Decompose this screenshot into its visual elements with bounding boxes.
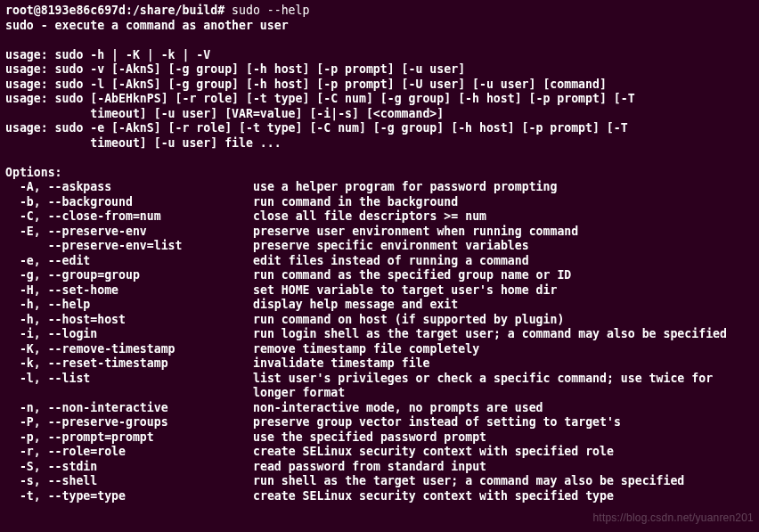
option-flag: -l, --list: [5, 372, 253, 401]
option-flag: -K, --remove-timestamp: [5, 342, 253, 357]
option-desc: read password from standard input: [253, 460, 754, 475]
option-flag: -i, --login: [5, 327, 253, 342]
option-row: -n, --non-interactivenon-interactive mod…: [5, 401, 754, 416]
option-flag: -P, --preserve-groups: [5, 415, 253, 430]
option-row: -P, --preserve-groupspreserve group vect…: [5, 415, 754, 430]
option-row: -E, --preserve-envpreserve user environm…: [5, 225, 754, 240]
option-desc: display help message and exit: [253, 298, 754, 313]
option-row: -i, --loginrun login shell as the target…: [5, 327, 754, 342]
option-desc: use a helper program for password prompt…: [253, 180, 754, 195]
option-flag: -S, --stdin: [5, 460, 253, 475]
option-row: -K, --remove-timestampremove timestamp f…: [5, 342, 754, 357]
option-desc: invalidate timestamp file: [253, 356, 754, 372]
option-desc: preserve user environment when running c…: [253, 225, 754, 240]
option-row: -l, --listlist user's privileges or chec…: [5, 372, 754, 401]
terminal-output[interactable]: root@8193e86c697d:/share/build# sudo --h…: [5, 4, 754, 503]
option-flag: -H, --set-home: [5, 283, 253, 299]
usage-line: usage: sudo [-AbEHknPS] [-r role] [-t ty…: [5, 92, 754, 107]
option-flag: -s, --shell: [5, 474, 253, 489]
option-desc: run command on host (if supported by plu…: [253, 313, 754, 328]
option-desc: run command as the specified group name …: [253, 268, 754, 283]
watermark-text: https://blog.csdn.net/yuanren201: [592, 512, 754, 525]
option-desc: non-interactive mode, no prompts are use…: [253, 401, 754, 416]
blank-line: [5, 33, 754, 48]
option-flag: -A, --askpass: [5, 180, 253, 195]
usage-line: usage: sudo -h | -K | -k | -V: [5, 48, 754, 63]
prompt-user-host: root@8193e86c697d: [5, 4, 126, 17]
usage-line: timeout] [-u user] file ...: [5, 136, 754, 151]
option-row: -S, --stdinread password from standard i…: [5, 460, 754, 475]
option-flag: -r, --role=role: [5, 445, 253, 460]
option-desc: create SELinux security context with spe…: [253, 489, 754, 504]
option-flag: -p, --prompt=prompt: [5, 430, 253, 446]
option-row: -g, --group=grouprun command as the spec…: [5, 268, 754, 283]
option-flag: -e, --edit: [5, 254, 253, 269]
option-desc: use the specified password prompt: [253, 430, 754, 446]
options-header: Options:: [5, 166, 754, 181]
option-desc: set HOME variable to target user's home …: [253, 283, 754, 299]
option-row: -h, --helpdisplay help message and exit: [5, 298, 754, 313]
option-row: -A, --askpassuse a helper program for pa…: [5, 180, 754, 195]
prompt-path: :/share/build#: [126, 4, 224, 17]
option-row: --preserve-env=listpreserve specific env…: [5, 239, 754, 254]
option-desc: create SELinux security context with spe…: [253, 445, 754, 460]
option-row: -H, --set-homeset HOME variable to targe…: [5, 283, 754, 299]
prompt-line: root@8193e86c697d:/share/build# sudo --h…: [5, 4, 754, 19]
option-row: -h, --host=hostrun command on host (if s…: [5, 313, 754, 328]
option-desc: list user's privileges or check a specif…: [253, 372, 754, 401]
option-row: -s, --shellrun shell as the target user;…: [5, 474, 754, 489]
usage-line: usage: sudo -l [-AknS] [-g group] [-h ho…: [5, 78, 754, 93]
option-row: -r, --role=rolecreate SELinux security c…: [5, 445, 754, 460]
option-desc: preserve group vector instead of setting…: [253, 415, 754, 430]
option-desc: preserve specific environment variables: [253, 239, 754, 254]
option-row: -p, --prompt=promptuse the specified pas…: [5, 430, 754, 446]
option-flag: -g, --group=group: [5, 268, 253, 283]
usage-line: usage: sudo -e [-AknS] [-r role] [-t typ…: [5, 121, 754, 136]
option-desc: edit files instead of running a command: [253, 254, 754, 269]
option-flag: -h, --host=host: [5, 313, 253, 328]
option-row: -t, --type=typecreate SELinux security c…: [5, 489, 754, 504]
option-flag: -E, --preserve-env: [5, 225, 253, 240]
program-header: sudo - execute a command as another user: [5, 19, 754, 34]
option-row: -e, --editedit files instead of running …: [5, 254, 754, 269]
option-flag: -b, --background: [5, 195, 253, 210]
option-row: -k, --reset-timestampinvalidate timestam…: [5, 356, 754, 372]
option-desc: run command in the background: [253, 195, 754, 210]
option-flag: -C, --close-from=num: [5, 209, 253, 225]
option-flag: --preserve-env=list: [5, 239, 253, 254]
entered-command: sudo --help: [232, 4, 309, 17]
option-desc: close all file descriptors >= num: [253, 209, 754, 225]
option-row: -C, --close-from=numclose all file descr…: [5, 209, 754, 225]
option-flag: -k, --reset-timestamp: [5, 356, 253, 372]
usage-line: timeout] [-u user] [VAR=value] [-i|-s] […: [5, 107, 754, 122]
usage-line: usage: sudo -v [-AknS] [-g group] [-h ho…: [5, 62, 754, 78]
option-flag: -n, --non-interactive: [5, 401, 253, 416]
option-row: -b, --backgroundrun command in the backg…: [5, 195, 754, 210]
option-desc: remove timestamp file completely: [253, 342, 754, 357]
blank-line: [5, 151, 754, 166]
option-desc: run shell as the target user; a command …: [253, 474, 754, 489]
option-desc: run login shell as the target user; a co…: [253, 327, 754, 342]
option-flag: -t, --type=type: [5, 489, 253, 504]
option-flag: -h, --help: [5, 298, 253, 313]
